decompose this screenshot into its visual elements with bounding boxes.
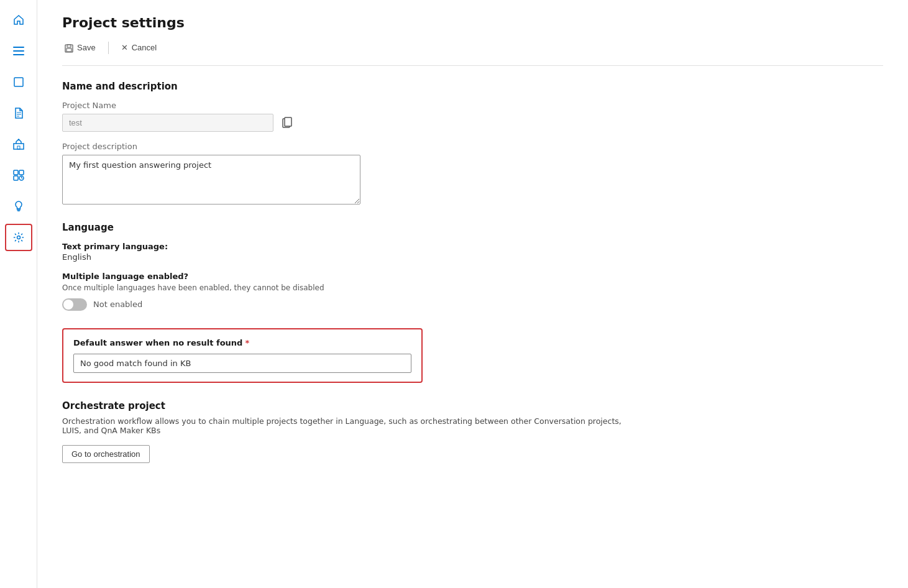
- sidebar: [0, 0, 37, 588]
- multi-lang-title: Multiple language enabled?: [62, 272, 883, 281]
- toggle-row: Not enabled: [62, 298, 883, 311]
- svg-rect-9: [14, 170, 18, 175]
- svg-rect-0: [13, 47, 24, 48]
- project-name-input[interactable]: [62, 114, 273, 132]
- orchestrate-desc: Orchestration workflow allows you to cha…: [62, 416, 621, 435]
- svg-rect-20: [66, 48, 71, 52]
- project-name-label: Project Name: [62, 101, 883, 110]
- default-answer-label-text: Default answer when no result found: [73, 338, 242, 347]
- main-content: Project settings Save ✕ Cancel Name and …: [37, 0, 908, 588]
- primary-language-label: Text primary language:: [62, 242, 883, 251]
- default-answer-section: Default answer when no result found *: [62, 328, 423, 383]
- project-description-label: Project description: [62, 142, 883, 151]
- project-description-input[interactable]: My first question answering project: [62, 155, 360, 204]
- multi-lang-toggle[interactable]: [62, 298, 87, 311]
- sidebar-item-settings[interactable]: [5, 224, 32, 251]
- sidebar-item-layers[interactable]: [5, 68, 32, 96]
- sidebar-item-building[interactable]: [5, 131, 32, 158]
- sidebar-item-dashboard[interactable]: [5, 162, 32, 189]
- multi-lang-desc: Once multiple languages have been enable…: [62, 283, 883, 292]
- sidebar-item-lightbulb[interactable]: [5, 193, 32, 220]
- sidebar-item-menu[interactable]: [5, 37, 32, 65]
- page-title: Project settings: [62, 15, 883, 30]
- svg-rect-3: [14, 78, 23, 86]
- default-answer-input[interactable]: [73, 354, 411, 373]
- toolbar: Save ✕ Cancel: [62, 40, 883, 66]
- save-label: Save: [77, 43, 96, 52]
- language-title: Language: [62, 222, 883, 233]
- svg-rect-16: [17, 210, 20, 211]
- sidebar-item-home[interactable]: [5, 6, 32, 34]
- save-icon: [65, 43, 73, 53]
- svg-rect-22: [285, 117, 291, 126]
- orchestrate-section: Orchestrate project Orchestration workfl…: [62, 400, 883, 463]
- name-description-section: Name and description Project Name Projec…: [62, 81, 883, 204]
- svg-rect-2: [13, 54, 24, 55]
- toggle-label: Not enabled: [93, 300, 142, 309]
- copy-button[interactable]: [280, 114, 295, 131]
- project-name-row: [62, 114, 883, 132]
- go-orchestration-button[interactable]: Go to orchestration: [62, 445, 150, 463]
- svg-rect-1: [13, 50, 24, 52]
- toggle-slider: [62, 298, 87, 311]
- save-button[interactable]: Save: [62, 40, 98, 55]
- toolbar-divider: [108, 42, 109, 54]
- default-answer-label: Default answer when no result found *: [73, 338, 411, 347]
- cancel-button[interactable]: ✕ Cancel: [119, 40, 159, 55]
- cancel-label: Cancel: [132, 43, 157, 52]
- primary-language-value: English: [62, 252, 883, 262]
- required-star: *: [245, 338, 249, 347]
- cancel-icon: ✕: [121, 43, 128, 52]
- name-description-title: Name and description: [62, 81, 883, 92]
- sidebar-item-document[interactable]: [5, 99, 32, 127]
- orchestrate-title: Orchestrate project: [62, 400, 883, 411]
- language-section: Language Text primary language: English …: [62, 222, 883, 311]
- svg-rect-11: [14, 176, 18, 180]
- svg-point-17: [17, 236, 20, 239]
- svg-rect-10: [19, 170, 24, 175]
